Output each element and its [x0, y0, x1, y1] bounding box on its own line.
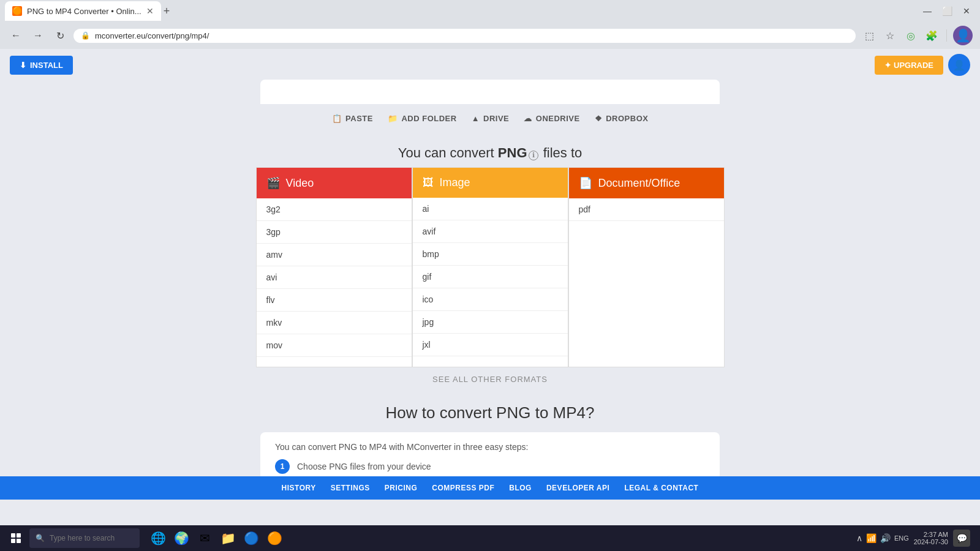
list-item[interactable]: gif — [413, 266, 568, 288]
footer-history[interactable]: HISTORY — [282, 484, 316, 492]
format-columns: 🎬 Video 3g2 3gp amv avi flv mkv mov 🖼 Im… — [245, 167, 735, 367]
image-list[interactable]: ai avif bmp gif ico jpg jxl — [413, 198, 568, 366]
new-tab-button[interactable]: + — [164, 5, 170, 18]
list-item[interactable]: bmp — [413, 243, 568, 266]
image-column: 🖼 Image ai avif bmp gif ico jpg jxl — [412, 167, 568, 367]
convert-title: You can convert PNGℹ files to — [0, 145, 980, 161]
video-list[interactable]: 3g2 3gp amv avi flv mkv mov — [257, 198, 412, 367]
drive-button[interactable]: ▲ DRIVE — [472, 114, 510, 123]
list-item[interactable]: flv — [257, 289, 412, 312]
taskbar-app-windows[interactable]: 🌐 — [147, 527, 169, 549]
list-item[interactable]: avif — [413, 220, 568, 243]
title-suffix: files to — [540, 145, 582, 160]
list-item[interactable]: amv — [257, 244, 412, 266]
tray-network-icon[interactable]: 📶 — [866, 533, 876, 543]
document-icon: 📄 — [579, 176, 592, 190]
list-item[interactable]: avi — [257, 266, 412, 289]
list-item[interactable]: jxl — [413, 334, 568, 356]
drive-icon: ▲ — [472, 114, 480, 123]
image-icon: 🖼 — [423, 176, 434, 189]
tray-up-arrow[interactable]: ∧ — [856, 533, 862, 543]
footer-developer-api[interactable]: DEVELOPER API — [546, 484, 609, 492]
clock-time: 2:37 AM — [914, 531, 948, 538]
bookmark-button[interactable]: ☆ — [881, 27, 899, 44]
footer-settings[interactable]: SETTINGS — [331, 484, 370, 492]
info-icon[interactable]: ℹ — [529, 151, 538, 160]
taskbar-app-chrome[interactable]: 🔵 — [240, 527, 262, 549]
tray-volume-icon[interactable]: 🔊 — [880, 533, 891, 543]
taskbar-globe-icon: 🌍 — [174, 531, 189, 545]
system-clock[interactable]: 2:37 AM 2024-07-30 — [914, 531, 948, 545]
close-button[interactable]: ✕ — [958, 2, 975, 20]
list-item[interactable]: mov — [257, 334, 412, 357]
taskbar-app-folder[interactable]: 📁 — [217, 527, 239, 549]
format-name: PNG — [498, 145, 527, 160]
profile-button[interactable]: 👤 — [953, 26, 973, 45]
taskbar-windows-icon: 🌐 — [151, 531, 166, 545]
how-to-section: How to convert PNG to MP4? You can conve… — [0, 391, 980, 490]
footer-legal[interactable]: LEGAL & CONTACT — [624, 484, 698, 492]
upgrade-button[interactable]: ✦ UPGRADE — [875, 56, 943, 75]
add-folder-button[interactable]: 📁 ADD FOLDER — [388, 114, 457, 123]
how-to-description: You can convert PNG to MP4 with MConvert… — [275, 442, 705, 452]
list-item[interactable]: mkv — [257, 312, 412, 334]
install-button[interactable]: ⬇ INSTALL — [10, 56, 73, 75]
taskbar-app-chrome2[interactable]: 🟠 — [263, 527, 285, 549]
document-column: 📄 Document/Office pdf — [568, 167, 725, 367]
address-bar[interactable]: 🔒 mconverter.eu/convert/png/mp4/ — [74, 29, 856, 43]
maximize-button[interactable]: ⬜ — [938, 2, 956, 20]
reload-button[interactable]: ↻ — [51, 27, 69, 44]
tab-title: PNG to MP4 Converter • Onlin... — [27, 7, 141, 16]
browser-tab[interactable]: 🟠 PNG to MP4 Converter • Onlin... ✕ — [5, 1, 161, 21]
lock-icon: 🔒 — [81, 31, 90, 40]
minimize-button[interactable]: — — [919, 2, 936, 20]
onedrive-icon: ☁ — [524, 114, 532, 123]
taskbar-app-mail[interactable]: ✉ — [194, 527, 216, 549]
install-label: INSTALL — [30, 61, 63, 70]
taskbar-chrome2-icon: 🟠 — [267, 531, 282, 545]
extension2-button[interactable]: 🧩 — [923, 27, 940, 44]
how-to-step-1: 1 Choose PNG files from your device — [275, 459, 705, 474]
screen-capture-button[interactable]: ⬚ — [861, 27, 878, 44]
list-item[interactable]: ai — [413, 198, 568, 220]
footer-blog[interactable]: BLOG — [509, 484, 532, 492]
folder-icon: 📁 — [388, 114, 398, 123]
start-button[interactable] — [5, 527, 27, 549]
paste-label: PASTE — [345, 114, 373, 123]
image-header: 🖼 Image — [413, 168, 568, 198]
onedrive-button[interactable]: ☁ ONEDRIVE — [524, 114, 579, 123]
divider — [946, 29, 947, 42]
list-item[interactable]: 3gp — [257, 221, 412, 244]
see-all-formats-link[interactable]: SEE ALL OTHER FORMATS — [0, 367, 980, 391]
install-icon: ⬇ — [20, 61, 26, 70]
image-header-label: Image — [440, 176, 470, 189]
extension1-button[interactable]: ◎ — [902, 27, 919, 44]
taskbar-folder-icon: 📁 — [221, 531, 236, 545]
video-icon: 🎬 — [266, 176, 280, 190]
how-to-title: How to convert PNG to MP4? — [10, 403, 970, 422]
dropbox-button[interactable]: ❖ DROPBOX — [595, 114, 649, 123]
list-item[interactable]: jpg — [413, 311, 568, 334]
document-list[interactable]: pdf — [569, 198, 724, 367]
tray-language[interactable]: ENG — [894, 534, 909, 542]
back-button[interactable]: ← — [7, 27, 24, 44]
taskbar-search[interactable]: 🔍 — [29, 528, 140, 548]
list-item[interactable]: 3g2 — [257, 198, 412, 221]
user-avatar-button[interactable]: 👤 — [948, 54, 970, 76]
footer-pricing[interactable]: PRICING — [385, 484, 418, 492]
add-folder-label: ADD FOLDER — [401, 114, 456, 123]
footer-compress-pdf[interactable]: COMPRESS PDF — [432, 484, 494, 492]
tab-close-button[interactable]: ✕ — [146, 6, 154, 16]
taskbar-chrome-icon: 🔵 — [244, 531, 259, 545]
convert-section: You can convert PNGℹ files to — [0, 133, 980, 167]
forward-button[interactable]: → — [29, 27, 47, 44]
dropbox-label: DROPBOX — [606, 114, 648, 123]
list-item[interactable]: pdf — [569, 198, 724, 221]
document-header-label: Document/Office — [598, 177, 680, 190]
list-item[interactable]: ico — [413, 288, 568, 311]
paste-button[interactable]: 📋 PASTE — [332, 114, 373, 123]
taskbar-app-earth[interactable]: 🌍 — [170, 527, 192, 549]
chat-button[interactable]: 💬 — [953, 530, 970, 547]
taskbar-search-input[interactable] — [50, 534, 134, 542]
chat-icon: 💬 — [957, 533, 967, 543]
